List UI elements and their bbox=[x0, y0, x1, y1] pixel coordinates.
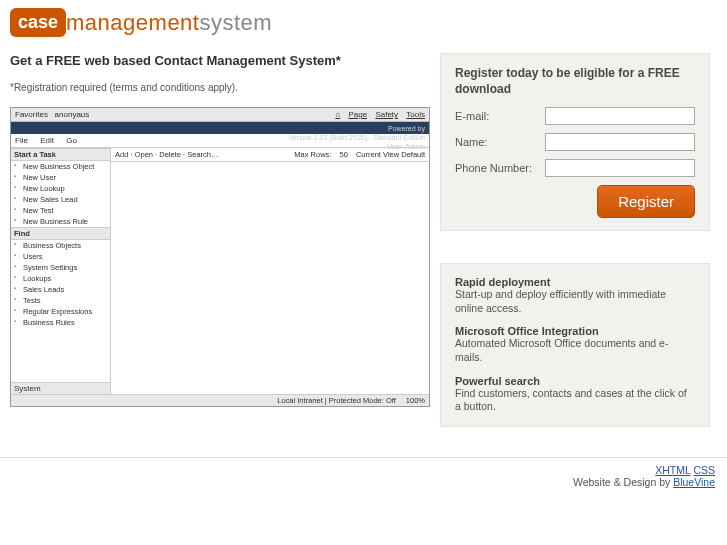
xhtml-link[interactable]: XHTML bbox=[655, 464, 690, 476]
browser-statusbar: Local Intranet | Protected Mode: Off 100… bbox=[11, 394, 429, 406]
features-panel: Rapid deployment Start-up and deploy eff… bbox=[440, 263, 710, 427]
email-field[interactable] bbox=[545, 107, 695, 125]
feature-desc: Automated Microsoft Office documents and… bbox=[455, 337, 695, 364]
logo-mark: case bbox=[10, 8, 66, 37]
css-link[interactable]: CSS bbox=[693, 464, 715, 476]
right-column: Register today to be eligible for a FREE… bbox=[440, 41, 710, 427]
feature-title: Rapid deployment bbox=[455, 276, 695, 288]
browser-home-icon: ⌂ bbox=[335, 110, 340, 119]
phone-label: Phone Number: bbox=[455, 162, 545, 174]
register-button[interactable]: Register bbox=[597, 185, 695, 218]
feature-desc: Find customers, contacts and cases at th… bbox=[455, 387, 695, 414]
footer-credit: Website & Design by bbox=[573, 476, 673, 488]
footer: XHTML CSS Website & Design by BlueVine bbox=[0, 457, 727, 488]
page-tab: anonyaus bbox=[55, 110, 90, 119]
app-header: Powered by Version 1.03 (Build 2535) - S… bbox=[11, 122, 429, 134]
app-sidebar: Start a Task New Business Object New Use… bbox=[11, 148, 111, 394]
feature-desc: Start-up and deploy efficiently with imm… bbox=[455, 288, 695, 315]
feature-title: Powerful search bbox=[455, 375, 695, 387]
email-label: E-mail: bbox=[455, 110, 545, 122]
registration-note: *Registration required (terms and condit… bbox=[10, 82, 428, 93]
register-panel: Register today to be eligible for a FREE… bbox=[440, 53, 710, 231]
favorites-tab: Favorites bbox=[15, 110, 48, 119]
register-title: Register today to be eligible for a FREE… bbox=[455, 66, 695, 97]
bluevine-link[interactable]: BlueVine bbox=[673, 476, 715, 488]
phone-field[interactable] bbox=[545, 159, 695, 177]
app-content: Add · Open · Delete · Search… Max Rows: … bbox=[111, 148, 429, 394]
browser-toolbar: Favorites anonyaus ⌂ Page Safety Tools bbox=[11, 108, 429, 122]
logo: casemanagementsystem bbox=[0, 0, 727, 41]
left-column: Get a FREE web based Contact Management … bbox=[10, 41, 440, 407]
name-label: Name: bbox=[455, 136, 545, 148]
name-field[interactable] bbox=[545, 133, 695, 151]
page-headline: Get a FREE web based Contact Management … bbox=[10, 53, 428, 68]
product-screenshot: Favorites anonyaus ⌂ Page Safety Tools P… bbox=[10, 107, 430, 407]
feature-title: Microsoft Office Integration bbox=[455, 325, 695, 337]
